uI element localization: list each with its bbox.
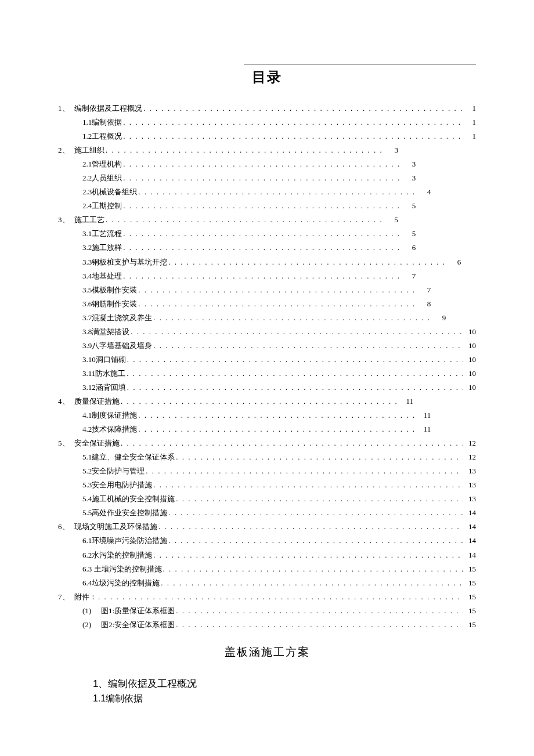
toc-leader xyxy=(160,576,463,590)
toc-page: 10 xyxy=(463,325,476,339)
toc-entry: 3.11防水施工 10 xyxy=(58,367,476,381)
toc-page: 11 xyxy=(418,422,431,436)
toc-entry: 3.12涵背回填 10 xyxy=(58,381,476,395)
toc-label: 5.3安全用电防护措施 xyxy=(82,478,152,492)
toc-label: 3.2施工放样 xyxy=(82,241,122,255)
toc-label: 3.1工艺流程 xyxy=(82,227,122,241)
toc-label: 3.8满堂架搭设 xyxy=(82,325,129,339)
toc-entry: 6、 现场文明施工及环保措施 14 xyxy=(58,520,476,534)
toc-leader xyxy=(122,157,403,171)
toc-page: 7 xyxy=(418,283,431,297)
toc-leader xyxy=(162,562,464,576)
toc-leader xyxy=(175,618,463,632)
toc-leader xyxy=(157,520,463,534)
toc-label: 3.7混凝土浇筑及养生 xyxy=(82,311,152,325)
toc-page: 15 xyxy=(463,590,476,604)
toc-page: 11 xyxy=(400,395,413,408)
toc-page: 10 xyxy=(463,381,476,395)
toc-entry: 1.2工程概况 1 xyxy=(58,129,476,143)
toc-leader xyxy=(152,548,463,562)
toc-entry: 2.3机械设备组织 4 xyxy=(58,185,476,199)
toc-page: 13 xyxy=(463,464,476,478)
toc-page: 5 xyxy=(403,227,416,241)
toc-marker: (1) xyxy=(82,604,101,618)
toc-leader xyxy=(137,283,418,297)
toc-leader xyxy=(152,311,433,325)
toc-label: 5.1建立、健全安全保证体系 xyxy=(82,450,175,464)
toc-leader xyxy=(122,241,403,255)
toc-page: 3 xyxy=(403,157,416,171)
toc-page: 8 xyxy=(418,297,431,311)
toc-entry: 2.1管理机构 3 xyxy=(58,157,476,171)
toc-label: 2.2人员组织 xyxy=(82,171,122,185)
toc-page: 1 xyxy=(463,129,476,143)
toc-entry: 6.2水污染的控制措施 14 xyxy=(58,548,476,562)
toc-label: 2.4工期控制 xyxy=(82,199,122,213)
toc-page: 10 xyxy=(463,367,476,381)
toc-entry: 5.4施工机械的安全控制措施 13 xyxy=(58,492,476,506)
toc-entry: 3.1工艺流程 5 xyxy=(58,227,476,241)
toc-label: 2.1管理机构 xyxy=(82,157,122,171)
toc-label: 6.4垃圾污染的控制措施 xyxy=(82,576,160,590)
toc-page: 10 xyxy=(463,339,476,353)
toc-page: 11 xyxy=(418,408,431,422)
toc-label: 施工工艺 xyxy=(74,213,104,227)
header-rule xyxy=(244,64,476,64)
toc-page: 9 xyxy=(433,311,446,325)
toc-leader xyxy=(122,115,463,129)
toc-entry: 4、 质量保证措施 11 xyxy=(58,395,476,408)
toc-entry: 3、 施工工艺 5 xyxy=(58,213,476,227)
toc-leader xyxy=(122,227,403,241)
toc-leader xyxy=(175,604,463,618)
toc-label: 现场文明施工及环保措施 xyxy=(74,520,157,534)
toc-page: 14 xyxy=(463,520,476,534)
toc-entry: 6.3 土壤污染的控制措施 15 xyxy=(58,562,476,576)
toc-entry: 3.9八字墙基础及墙身 10 xyxy=(58,339,476,353)
toc-label: 质量保证措施 xyxy=(74,395,120,408)
toc-leader xyxy=(137,422,418,436)
toc-leader xyxy=(126,353,463,367)
toc-page: 5 xyxy=(403,199,416,213)
document-page: 目录 1、 编制依据及工程概况 1 1.1编制依据 1 1.2工程概况 1 2、… xyxy=(0,0,534,751)
toc-leader xyxy=(175,450,463,464)
toc-label: 3.4地基处理 xyxy=(82,269,122,283)
toc-marker: (2) xyxy=(82,618,101,632)
toc-entry: 5.3安全用电防护措施 13 xyxy=(58,478,476,492)
toc-entry: 3.10洞口铺砌 10 xyxy=(58,353,476,367)
toc-label: 3.11防水施工 xyxy=(82,367,125,381)
toc-page: 13 xyxy=(463,492,476,506)
toc-leader xyxy=(120,436,463,450)
toc-entry: 7、 附件： 15 xyxy=(58,590,476,604)
toc-entry: 3.3钢板桩支护与基坑开挖 6 xyxy=(58,255,476,269)
toc-leader xyxy=(122,199,403,213)
toc-leader xyxy=(152,478,463,492)
toc-page: 14 xyxy=(463,534,476,548)
toc-label: 图1:质量保证体系框图 xyxy=(101,604,175,618)
table-of-contents: 1、 编制依据及工程概况 1 1.1编制依据 1 1.2工程概况 1 2、 施工… xyxy=(58,102,476,632)
toc-leader xyxy=(137,297,418,311)
toc-leader xyxy=(104,213,385,227)
toc-label: 编制依据及工程概况 xyxy=(74,102,142,115)
toc-label: 6.3 土壤污染的控制措施 xyxy=(82,562,162,576)
toc-page: 15 xyxy=(463,562,476,576)
toc-entry: 6.1环境噪声污染防治措施 14 xyxy=(58,534,476,548)
toc-label: 附件： xyxy=(74,590,97,604)
toc-leader xyxy=(167,534,463,548)
toc-label: 3.9八字墙基础及墙身 xyxy=(82,339,152,353)
toc-label: 2.3机械设备组织 xyxy=(82,185,137,199)
toc-page: 3 xyxy=(385,143,398,157)
toc-entry: 3.6钢筋制作安装 8 xyxy=(58,297,476,311)
toc-label: 图2:安全保证体系框图 xyxy=(101,618,175,632)
toc-page: 12 xyxy=(463,450,476,464)
toc-entry: 5.5高处作业安全控制措施 14 xyxy=(58,506,476,520)
toc-label: 4.1制度保证措施 xyxy=(82,408,137,422)
toc-marker: 6、 xyxy=(58,520,74,534)
toc-leader xyxy=(122,129,463,143)
toc-label: 4.2技术保障措施 xyxy=(82,422,137,436)
toc-leader xyxy=(167,506,463,520)
toc-label: 6.1环境噪声污染防治措施 xyxy=(82,534,167,548)
toc-page: 15 xyxy=(463,576,476,590)
toc-label: 3.10洞口铺砌 xyxy=(82,353,126,367)
toc-leader xyxy=(126,381,463,395)
toc-entry: 2.4工期控制 5 xyxy=(58,199,476,213)
